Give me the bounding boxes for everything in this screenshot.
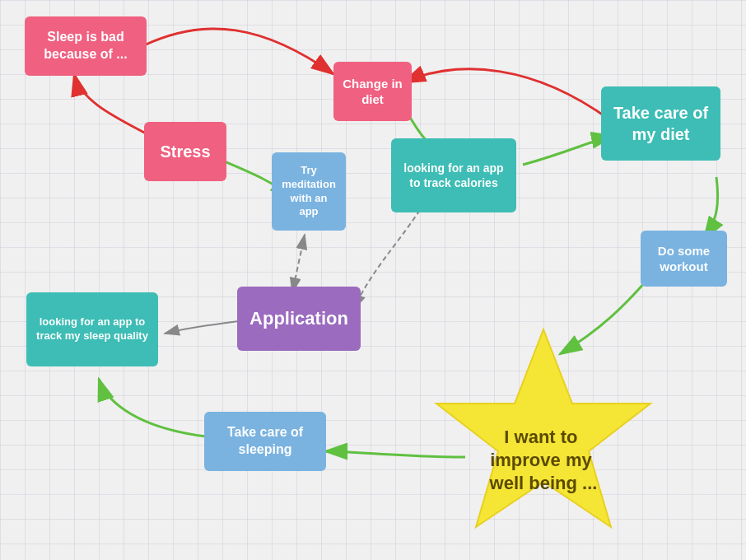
node-track-calories[interactable]: looking for an app to track calories [391,138,516,212]
node-change-diet[interactable]: Change in diet [333,62,412,121]
node-sleep-bad[interactable]: Sleep is bad because of ... [25,16,147,76]
node-meditation[interactable]: Try meditation with an app [272,152,346,231]
node-wellbeing-star[interactable]: I want to improve my well being ... [412,321,675,535]
node-track-sleep[interactable]: looking for an app to track my sleep qua… [26,292,158,366]
node-stress[interactable]: Stress [144,122,226,181]
node-workout[interactable]: Do some workout [641,231,727,287]
node-take-care-diet[interactable]: Take care of my diet [601,86,720,161]
diagram-canvas: Sleep is bad because of ... Change in di… [0,0,746,560]
node-application[interactable]: Application [237,287,361,351]
svg-text:I want to
        improve my
 : I want to improve my well being ... [489,427,598,493]
node-take-care-sleeping[interactable]: Take care of sleeping [204,412,326,471]
